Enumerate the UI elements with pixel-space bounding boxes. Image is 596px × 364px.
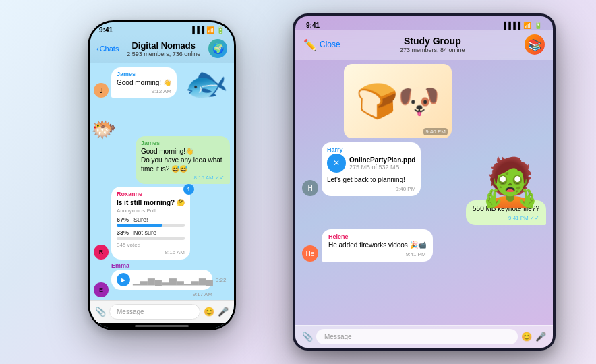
tablet-chat-subtitle: 273 members, 84 online bbox=[346, 47, 519, 53]
phone-frame: 9:41 ▐▐▐ 📶 🔋 ‹ Chats Digital Nomads 2,59… bbox=[88, 20, 236, 330]
group-avatar[interactable]: 🌍 bbox=[208, 39, 227, 58]
tablet-device: 9:41 ▐▐▐▐ 📶 🔋 ✏️ Close Study Group 273 m… bbox=[293, 13, 556, 351]
helene-avatar: He bbox=[302, 245, 318, 262]
poll-bubble[interactable]: Roxanne Is it still morning? 🤔 Anonymous… bbox=[111, 187, 190, 260]
james-avatar: J bbox=[94, 83, 109, 98]
harry-text: Let's get back to planning! bbox=[327, 175, 415, 185]
notification-badge: 1 bbox=[183, 184, 194, 195]
mic-icon[interactable]: 🎤 bbox=[218, 307, 229, 317]
poll-option-2: 33% Not sure bbox=[117, 229, 185, 240]
phone-status-icons: ▐▐▐ 📶 🔋 bbox=[190, 26, 225, 34]
battery-icon: 🔋 bbox=[216, 26, 225, 34]
phone-chat-area: 🐟 🐡 J James Good morning! 👋 9:12 AM bbox=[90, 63, 234, 300]
message-placeholder: Message bbox=[117, 308, 144, 315]
tablet-message-placeholder: Message bbox=[324, 333, 352, 340]
tablet-attachment-icon[interactable]: 📎 bbox=[302, 332, 313, 342]
poll-sender: Roxanne bbox=[117, 191, 185, 198]
tablet-header-center: Study Group 273 members, 84 online bbox=[346, 36, 519, 53]
tablet-status-icons: ▐▐▐▐ 📶 🔋 bbox=[502, 22, 542, 29]
helene-message-bubble[interactable]: Helene He added fireworks videos 🎉📹 9:41… bbox=[322, 229, 433, 262]
emma-avatar: E bbox=[94, 282, 109, 297]
message-sender: James bbox=[141, 140, 225, 146]
helene-message-row: He Helene He added fireworks videos 🎉📹 9… bbox=[302, 229, 546, 262]
phone-input-bar: 📎 Message 😊 🎤 bbox=[90, 300, 234, 323]
outgoing-time: 9:41 PM ✓✓ bbox=[473, 215, 539, 221]
tablet-signal-icon: ▐▐▐▐ bbox=[502, 22, 520, 29]
roxanne-avatar: R bbox=[94, 245, 109, 260]
poll-question: Is it still morning? 🤔 bbox=[117, 199, 185, 206]
tablet-status-bar: 9:41 ▐▐▐▐ 📶 🔋 bbox=[295, 16, 553, 30]
message-bubble[interactable]: James Good morning! 👋 9:12 AM bbox=[111, 67, 177, 98]
phone-chat-header: ‹ Chats Digital Nomads 2,593 members, 73… bbox=[90, 35, 234, 63]
header-center: Digital Nomads 2,593 members, 736 online bbox=[123, 40, 204, 57]
file-size: 275 MB of 532 MB bbox=[349, 164, 415, 171]
phone-status-bar: 9:41 ▐▐▐ 📶 🔋 bbox=[90, 22, 234, 35]
poll-type: Anonymous Poll bbox=[117, 208, 185, 214]
helene-time: 9:41 PM bbox=[328, 251, 426, 257]
monster-sticker: 🧟 bbox=[481, 154, 539, 210]
fish-sticker-2: 🐡 bbox=[91, 117, 116, 141]
tablet-time: 9:41 bbox=[306, 22, 320, 29]
harry-time: 9:40 PM bbox=[327, 186, 415, 192]
file-name: OnlinePartyPlan.ppd bbox=[349, 156, 415, 164]
tablet-chat-title: Study Group bbox=[346, 36, 519, 47]
voice-waveform: ▁▃▅▄▂▅▃▁▃▅▄ bbox=[133, 274, 213, 285]
message-text: Good morning! 👋 bbox=[117, 78, 171, 87]
voice-duration: 9:22 bbox=[216, 277, 227, 283]
message-time: 8:15 AM ✓✓ bbox=[141, 175, 225, 181]
tablet-group-avatar[interactable]: 📚 bbox=[525, 34, 545, 55]
helene-sender: Helene bbox=[328, 233, 426, 240]
voice-play-button[interactable]: ▶ bbox=[117, 273, 130, 286]
tablet-mic-icon[interactable]: 🎤 bbox=[535, 332, 546, 342]
poll-label-2: Not sure bbox=[133, 229, 156, 236]
photo-time: 9:40 PM bbox=[423, 128, 448, 135]
poll-percent-1: 67% bbox=[117, 216, 131, 223]
back-button[interactable]: ‹ Chats bbox=[96, 44, 119, 53]
file-info: OnlinePartyPlan.ppd 275 MB of 532 MB bbox=[349, 156, 415, 171]
signal-icon: ▐▐▐ bbox=[190, 26, 204, 34]
tablet-sticker-icon[interactable]: 😊 bbox=[521, 332, 532, 342]
harry-sender: Harry bbox=[327, 146, 415, 153]
voice-time: 9:17 AM bbox=[111, 291, 212, 297]
wifi-icon: 📶 bbox=[206, 26, 214, 34]
poll-time: 8:16 AM bbox=[117, 249, 185, 255]
tablet-message-input[interactable]: Message bbox=[316, 329, 518, 344]
tablet-frame: 9:41 ▐▐▐▐ 📶 🔋 ✏️ Close Study Group 273 m… bbox=[293, 13, 556, 351]
message-voice: E Emma ▶ ▁▃▅▄▂▅▃▁▃▅▄ 9:22 9:17 AM bbox=[94, 262, 230, 297]
message-sender: James bbox=[117, 71, 171, 78]
file-message-bubble[interactable]: Harry ✕ OnlinePartyPlan.ppd 275 MB of 53… bbox=[322, 142, 421, 196]
chat-subtitle: 2,593 members, 736 online bbox=[123, 51, 204, 57]
phone-screen: 9:41 ▐▐▐ 📶 🔋 ‹ Chats Digital Nomads 2,59… bbox=[90, 22, 234, 328]
attachment-icon[interactable]: 📎 bbox=[95, 307, 106, 317]
message-poll: R Roxanne Is it still morning? 🤔 Anonymo… bbox=[94, 187, 230, 260]
poll-votes: 345 voted bbox=[117, 242, 185, 248]
harry-avatar: H bbox=[302, 180, 318, 196]
chat-title: Digital Nomads bbox=[123, 40, 204, 51]
photo-message-row: 🍞🐶 9:40 PM bbox=[302, 64, 546, 138]
message-bubble-outgoing[interactable]: James Good morning!👋Do you have any idea… bbox=[136, 136, 230, 184]
fish-sticker: 🐟 bbox=[180, 63, 231, 108]
tablet-battery-icon: 🔋 bbox=[534, 22, 542, 29]
close-button[interactable]: Close bbox=[320, 40, 340, 49]
sticker-icon[interactable]: 😊 bbox=[204, 307, 214, 317]
tablet-input-bar: 📎 Message 😊 🎤 bbox=[295, 325, 553, 348]
file-download-icon[interactable]: ✕ bbox=[327, 154, 346, 173]
tablet-chat-area: 🍞🐶 9:40 PM 🧟 H Harry ✕ OnlinePartyPla bbox=[295, 60, 553, 325]
tablet-wifi-icon: 📶 bbox=[523, 22, 531, 29]
tablet-header-left: ✏️ Close bbox=[303, 38, 340, 51]
poll-option-1: 67% Sure! bbox=[117, 216, 185, 227]
helene-text: He added fireworks videos 🎉📹 bbox=[328, 241, 426, 250]
file-row: ✕ OnlinePartyPlan.ppd 275 MB of 532 MB bbox=[327, 154, 415, 173]
home-indicator bbox=[90, 323, 234, 328]
compose-button[interactable]: ✏️ bbox=[303, 38, 317, 51]
back-label: Chats bbox=[100, 44, 119, 53]
toast-photo-bubble[interactable]: 🍞🐶 9:40 PM bbox=[344, 64, 452, 138]
voice-message-bubble[interactable]: ▶ ▁▃▅▄▂▅▃▁▃▅▄ 9:22 bbox=[111, 270, 212, 290]
message-input[interactable]: Message bbox=[109, 304, 200, 320]
message-text: Good morning!👋Do you have any idea what … bbox=[141, 147, 225, 173]
message-james-outgoing: James Good morning!👋Do you have any idea… bbox=[94, 136, 230, 184]
phone-time: 9:41 bbox=[99, 26, 113, 34]
poll-percent-2: 33% bbox=[117, 229, 131, 236]
tablet-chat-header: ✏️ Close Study Group 273 members, 84 onl… bbox=[295, 30, 553, 60]
poll-label-1: Sure! bbox=[133, 216, 148, 223]
